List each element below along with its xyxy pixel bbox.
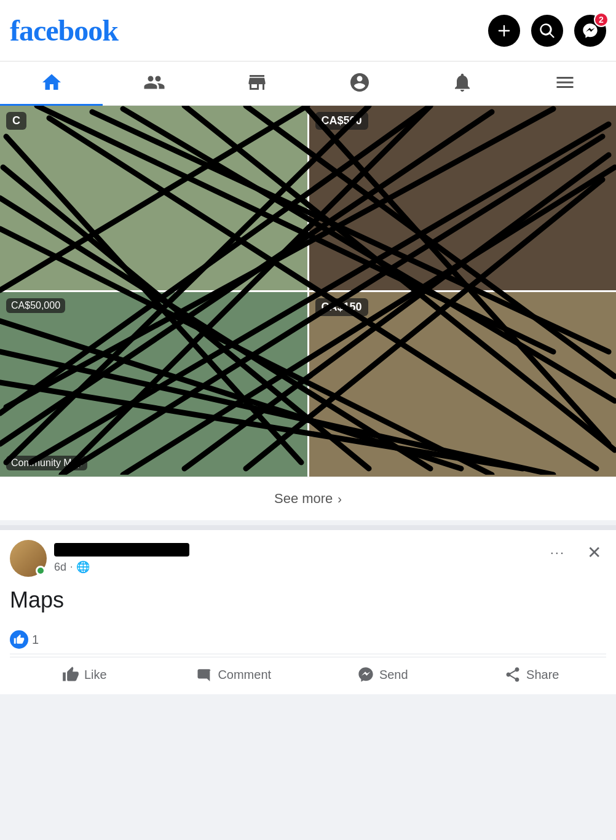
send-button[interactable]: Send bbox=[308, 660, 457, 689]
nav-home[interactable] bbox=[0, 61, 103, 106]
item-3-price: CA$50,000 bbox=[6, 298, 65, 313]
reaction-count: 1 bbox=[32, 633, 39, 647]
nav-marketplace[interactable] bbox=[205, 61, 308, 106]
facebook-logo: facebook bbox=[10, 14, 118, 47]
like-icon bbox=[62, 666, 79, 683]
post-meta-separator: · bbox=[70, 561, 73, 573]
section-divider bbox=[0, 525, 616, 530]
item-3-community: Community Map bbox=[6, 456, 87, 470]
item-2-price: CA$500 bbox=[315, 112, 368, 130]
like-label: Like bbox=[84, 668, 107, 682]
marketplace-item-3[interactable]: CA$50,000 Community Map bbox=[0, 292, 307, 477]
see-more-label: See more bbox=[274, 491, 333, 507]
post-header-actions: ··· ✕ bbox=[545, 540, 606, 565]
post-author-info: 6d · 🌐 bbox=[54, 543, 189, 574]
store-icon bbox=[246, 71, 268, 93]
friends-icon bbox=[143, 71, 165, 93]
nav-notifications[interactable] bbox=[411, 61, 513, 106]
add-icon bbox=[496, 22, 513, 39]
menu-icon bbox=[554, 71, 576, 93]
nav-friends[interactable] bbox=[103, 61, 205, 106]
comment-icon bbox=[195, 666, 213, 683]
add-button[interactable] bbox=[488, 15, 520, 47]
post-more-button[interactable]: ··· bbox=[545, 542, 570, 563]
post-close-button[interactable]: ✕ bbox=[582, 540, 606, 565]
thumbs-up-icon bbox=[14, 634, 25, 645]
marketplace-item-1[interactable]: C bbox=[0, 106, 307, 290]
like-reaction-icon bbox=[10, 630, 28, 649]
post-text: Maps bbox=[10, 587, 606, 613]
notifications-icon bbox=[451, 71, 473, 93]
messenger-button[interactable]: 2 bbox=[574, 15, 606, 47]
see-more-button[interactable]: See more › bbox=[0, 477, 616, 520]
avatar[interactable] bbox=[10, 540, 47, 577]
nav-profile[interactable] bbox=[308, 61, 411, 106]
item-4-price: CA$150 bbox=[315, 298, 368, 316]
search-icon bbox=[539, 22, 556, 39]
comment-label: Comment bbox=[218, 668, 271, 682]
post-reactions: 1 bbox=[10, 625, 606, 654]
header-icons: 2 bbox=[488, 15, 606, 47]
post-actions: Like Comment Send Share bbox=[10, 657, 606, 694]
nav-menu[interactable] bbox=[513, 61, 616, 106]
online-indicator bbox=[36, 566, 45, 576]
post-time: 6d bbox=[54, 561, 66, 574]
marketplace-item-4[interactable]: CA$150 bbox=[309, 292, 617, 477]
profile-icon bbox=[349, 71, 371, 93]
post-author-row: 6d · 🌐 bbox=[10, 540, 189, 577]
home-icon bbox=[41, 71, 63, 93]
post-card: 6d · 🌐 ··· ✕ Maps 1 Like bbox=[0, 530, 616, 694]
marketplace-section: C CA$500 CA$50,000 Community Map CA$150 … bbox=[0, 106, 616, 520]
share-label: Share bbox=[526, 668, 559, 682]
post-author-name-redacted bbox=[54, 543, 189, 557]
marketplace-grid: C CA$500 CA$50,000 Community Map CA$150 bbox=[0, 106, 616, 477]
marketplace-item-2[interactable]: CA$500 bbox=[309, 106, 617, 290]
app-header: facebook 2 bbox=[0, 0, 616, 61]
post-header: 6d · 🌐 ··· ✕ bbox=[10, 540, 606, 577]
send-icon bbox=[357, 666, 374, 683]
messenger-badge: 2 bbox=[594, 12, 609, 27]
main-navbar bbox=[0, 61, 616, 106]
like-button[interactable]: Like bbox=[10, 660, 159, 689]
comment-button[interactable]: Comment bbox=[159, 660, 309, 689]
send-label: Send bbox=[379, 668, 408, 682]
search-button[interactable] bbox=[531, 15, 563, 47]
post-meta: 6d · 🌐 bbox=[54, 560, 189, 574]
item-1-label: C bbox=[6, 112, 26, 130]
share-button[interactable]: Share bbox=[457, 660, 607, 689]
share-icon bbox=[504, 666, 521, 683]
see-more-chevron: › bbox=[338, 492, 342, 506]
post-privacy: 🌐 bbox=[76, 560, 90, 574]
